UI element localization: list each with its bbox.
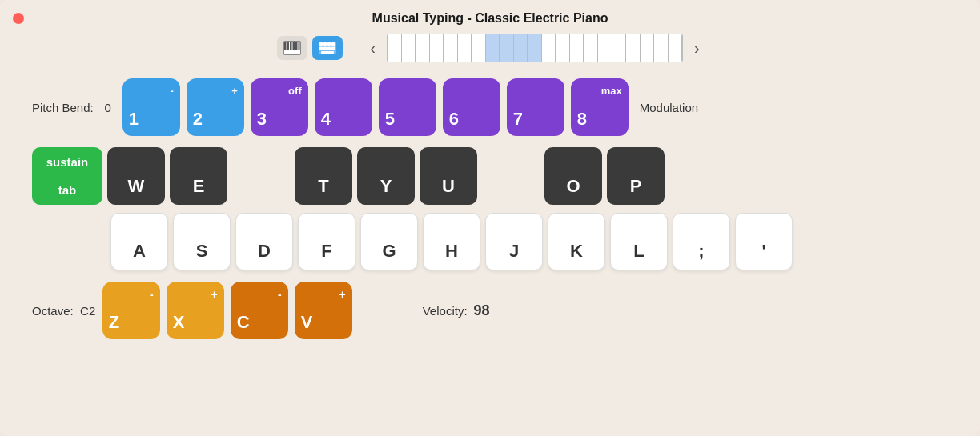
pitch-bend-row: Pitch Bend: 0 - 1 + 2 off 3 4 (32, 78, 948, 136)
key-bottom-label: 3 (257, 109, 267, 130)
pitch-bend-key-8[interactable]: max 8 (571, 78, 629, 136)
pitch-bend-value: 0 (100, 101, 116, 114)
svg-rect-16 (331, 47, 335, 50)
svg-rect-11 (327, 42, 331, 46)
svg-rect-1 (284, 42, 300, 54)
svg-rect-17 (321, 51, 334, 54)
black-key-label: P (630, 176, 642, 197)
white-key-quote[interactable]: ' (735, 213, 793, 270)
key-bottom-label: 7 (513, 109, 523, 130)
octave-minus-Z[interactable]: - Z (102, 282, 160, 339)
svg-rect-9 (319, 42, 323, 46)
white-key-label: D (258, 241, 271, 262)
sustain-key[interactable]: sustain tab (32, 147, 102, 205)
pitch-bend-key-3[interactable]: off 3 (251, 78, 308, 136)
pitch-bend-key-4[interactable]: 4 (315, 78, 372, 136)
pitch-bend-key-6[interactable]: 6 (443, 78, 500, 136)
nav-left-button[interactable]: ‹ (367, 39, 379, 58)
black-key-E[interactable]: E (170, 147, 227, 205)
white-key-F[interactable]: F (298, 213, 355, 270)
keyboard-view-button[interactable] (312, 36, 343, 60)
black-key-T[interactable]: T (295, 147, 352, 205)
key-bottom-label: 1 (129, 109, 139, 130)
black-key-label: Y (380, 176, 392, 197)
nav-right-button[interactable]: › (691, 39, 703, 58)
white-key-H[interactable]: H (423, 213, 480, 270)
piano-key (598, 34, 612, 62)
close-button[interactable] (13, 13, 24, 24)
velocity-section: Velocity: 98 (423, 302, 490, 319)
modulation-label: Modulation (640, 101, 698, 114)
piano-key-selected (514, 34, 528, 62)
svg-rect-10 (323, 42, 327, 46)
octave-plus-V[interactable]: + V (295, 282, 352, 339)
octave-key-bottom: C (237, 312, 250, 333)
svg-rect-6 (295, 42, 298, 50)
svg-rect-2 (284, 42, 287, 50)
white-key-semicolon[interactable]: ; (673, 213, 730, 270)
black-key-U[interactable]: U (420, 147, 477, 205)
white-key-J[interactable]: J (485, 213, 543, 270)
toolbar-icons (277, 36, 343, 60)
piano-key (388, 34, 402, 62)
piano-key (416, 34, 430, 62)
piano-key (458, 34, 472, 62)
pitch-bend-key-1[interactable]: - 1 (122, 78, 180, 136)
octave-plus-X[interactable]: + X (167, 282, 224, 339)
piano-range-display (387, 34, 683, 62)
svg-rect-15 (327, 47, 331, 50)
svg-rect-3 (287, 42, 290, 50)
white-key-label: ' (761, 241, 765, 262)
sustain-bottom-label: tab (58, 183, 77, 197)
toolbar: ‹ (0, 30, 980, 70)
black-key-P[interactable]: P (607, 147, 665, 205)
key-bottom-label: 5 (385, 109, 395, 130)
black-key-label: W (128, 176, 145, 197)
keyboard-section: sustain tab W E T Y (32, 147, 948, 274)
svg-rect-13 (319, 47, 323, 50)
white-key-K[interactable]: K (548, 213, 605, 270)
velocity-value: 98 (474, 302, 490, 319)
black-key-Y[interactable]: Y (357, 147, 415, 205)
spacer (232, 147, 290, 205)
octave-minus-C[interactable]: - C (231, 282, 288, 339)
octave-key-bottom: X (173, 312, 185, 333)
white-key-label: J (509, 241, 519, 262)
white-key-label: G (382, 241, 396, 262)
svg-rect-5 (293, 42, 295, 50)
piano-key (556, 34, 570, 62)
piano-key (669, 34, 683, 62)
piano-white-keys (388, 34, 682, 62)
white-key-L[interactable]: L (610, 213, 668, 270)
white-key-G[interactable]: G (360, 213, 418, 270)
key-top-label: off (288, 85, 302, 97)
black-key-W[interactable]: W (107, 147, 165, 205)
black-key-label: T (318, 176, 328, 197)
octave-key-bottom: V (301, 312, 313, 333)
octave-key-top: + (339, 288, 346, 301)
white-key-D[interactable]: D (235, 213, 293, 270)
black-key-label: U (442, 176, 455, 197)
piano-key-selected (486, 34, 500, 62)
window-title: Musical Typing - Classic Electric Piano (372, 11, 608, 26)
piano-key-selected (500, 34, 514, 62)
white-key-label: K (570, 241, 583, 262)
svg-rect-12 (331, 42, 335, 46)
white-key-label: L (633, 241, 644, 262)
pitch-bend-key-2[interactable]: + 2 (187, 78, 244, 136)
white-key-S[interactable]: S (173, 213, 231, 270)
key-top-label: max (601, 85, 622, 97)
title-bar: Musical Typing - Classic Electric Piano (0, 0, 980, 30)
piano-view-button[interactable] (277, 36, 307, 60)
white-key-A[interactable]: A (110, 213, 168, 270)
octave-key-top: + (211, 288, 218, 301)
spacer (669, 147, 727, 205)
octave-key-bottom: Z (109, 312, 119, 333)
black-key-label: O (566, 176, 580, 197)
svg-rect-7 (299, 42, 300, 50)
pitch-bend-key-7[interactable]: 7 (507, 78, 564, 136)
piano-key (626, 34, 641, 62)
black-key-O[interactable]: O (544, 147, 602, 205)
white-key-label: S (196, 241, 208, 262)
pitch-bend-key-5[interactable]: 5 (379, 78, 436, 136)
